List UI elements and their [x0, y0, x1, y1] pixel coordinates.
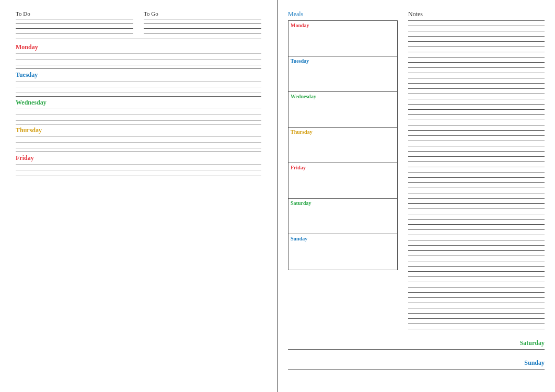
meal-monday-label: Monday	[291, 22, 395, 28]
rn-line-19	[408, 114, 545, 115]
rn-line-20	[408, 120, 545, 120]
rn-line-32	[408, 182, 545, 183]
top-section: To Do To Go	[16, 10, 261, 33]
rn-line-7	[408, 52, 545, 52]
rn-line-6	[408, 47, 545, 47]
saturday-divider	[288, 349, 545, 350]
togo-line-1	[144, 19, 261, 19]
monday-lines	[16, 53, 261, 65]
thursday-line-3	[16, 148, 261, 148]
thursday-label: Thursday	[16, 126, 261, 134]
wednesday-line-1	[16, 109, 261, 109]
day-monday: Monday	[16, 43, 261, 65]
todo-line-1	[16, 19, 133, 19]
rn-line-59	[408, 324, 545, 324]
tuesday-line-3	[16, 93, 261, 93]
rn-line-18	[408, 109, 545, 110]
todo-line-2	[16, 24, 133, 24]
rn-line-9	[408, 62, 545, 63]
left-page: To Do To Go Monday	[0, 0, 278, 392]
rn-line-41	[408, 229, 545, 230]
rn-line-56	[408, 308, 545, 308]
tuesday-divider	[16, 96, 261, 97]
rn-line-27	[408, 156, 545, 157]
rn-line-25	[408, 146, 545, 146]
rn-line-55	[408, 303, 545, 303]
rn-line-39	[408, 219, 545, 220]
rn-line-49	[408, 271, 545, 272]
saturday-row: Saturday	[288, 339, 545, 347]
right-top-section: Meals Monday Tuesday Wednesday Thursday	[288, 10, 545, 334]
rn-line-29	[408, 167, 545, 167]
rn-line-34	[408, 193, 545, 193]
monday-line-1	[16, 53, 261, 54]
sunday-row: Sunday	[288, 359, 545, 367]
rn-line-23	[408, 135, 545, 136]
monday-label: Monday	[16, 43, 261, 51]
todo-label: To Do	[16, 10, 133, 17]
friday-line-3	[16, 176, 261, 176]
rn-line-4	[408, 36, 545, 37]
day-wednesday: Wednesday	[16, 99, 261, 121]
wednesday-label: Wednesday	[16, 99, 261, 107]
meal-sunday: Sunday	[288, 234, 397, 270]
saturday-label: Saturday	[520, 339, 545, 347]
bottom-days-section: Saturday Sunday	[288, 339, 545, 370]
rn-line-28	[408, 162, 545, 162]
rn-line-53	[408, 292, 545, 293]
top-divider	[16, 39, 261, 39]
rn-line-10	[408, 67, 545, 68]
meal-saturday-label: Saturday	[291, 200, 395, 206]
togo-lines	[144, 19, 261, 33]
togo-label: To Go	[144, 10, 261, 17]
notes-label: Notes	[408, 10, 545, 18]
meal-wednesday: Wednesday	[288, 92, 397, 128]
meal-friday: Friday	[288, 163, 397, 199]
todo-lines	[16, 19, 133, 33]
rn-line-16	[408, 99, 545, 99]
rn-line-38	[408, 214, 545, 214]
meals-section: Meals Monday Tuesday Wednesday Thursday	[288, 10, 403, 334]
todo-line-3	[16, 28, 133, 29]
meal-wednesday-label: Wednesday	[291, 94, 395, 99]
meal-tuesday-label: Tuesday	[291, 58, 395, 64]
meal-sunday-label: Sunday	[291, 236, 395, 241]
wednesday-line-3	[16, 120, 261, 121]
wednesday-line-2	[16, 114, 261, 115]
wednesday-divider	[16, 124, 261, 124]
friday-label: Friday	[16, 154, 261, 162]
rn-line-51	[408, 282, 545, 282]
rn-line-3	[408, 31, 545, 31]
rn-line-37	[408, 209, 545, 209]
meal-monday: Monday	[288, 21, 397, 56]
day-thursday: Thursday	[16, 126, 261, 148]
meal-thursday-label: Thursday	[291, 129, 395, 135]
notes-section: Notes	[408, 10, 545, 334]
rn-line-36	[408, 203, 545, 204]
rn-line-45	[408, 250, 545, 251]
rn-line-48	[408, 266, 545, 267]
thursday-lines	[16, 136, 261, 148]
rn-line-8	[408, 57, 545, 57]
rn-line-1	[408, 20, 545, 21]
thursday-line-2	[16, 142, 261, 143]
tuesday-line-1	[16, 81, 261, 82]
day-friday: Friday	[16, 154, 261, 176]
sunday-divider	[288, 369, 545, 370]
rn-line-57	[408, 313, 545, 314]
monday-line-2	[16, 59, 261, 60]
rn-line-47	[408, 261, 545, 261]
rn-line-17	[408, 104, 545, 105]
rn-line-12	[408, 78, 545, 78]
rn-line-60	[408, 329, 545, 329]
rn-line-31	[408, 177, 545, 178]
togo-col: To Go	[144, 10, 261, 33]
rn-line-13	[408, 83, 545, 84]
meal-friday-label: Friday	[291, 165, 395, 170]
rn-line-26	[408, 151, 545, 152]
meal-saturday: Saturday	[288, 199, 397, 234]
monday-divider	[16, 68, 261, 69]
friday-lines	[16, 164, 261, 176]
tuesday-lines	[16, 81, 261, 93]
right-page: Meals Monday Tuesday Wednesday Thursday	[278, 0, 555, 392]
